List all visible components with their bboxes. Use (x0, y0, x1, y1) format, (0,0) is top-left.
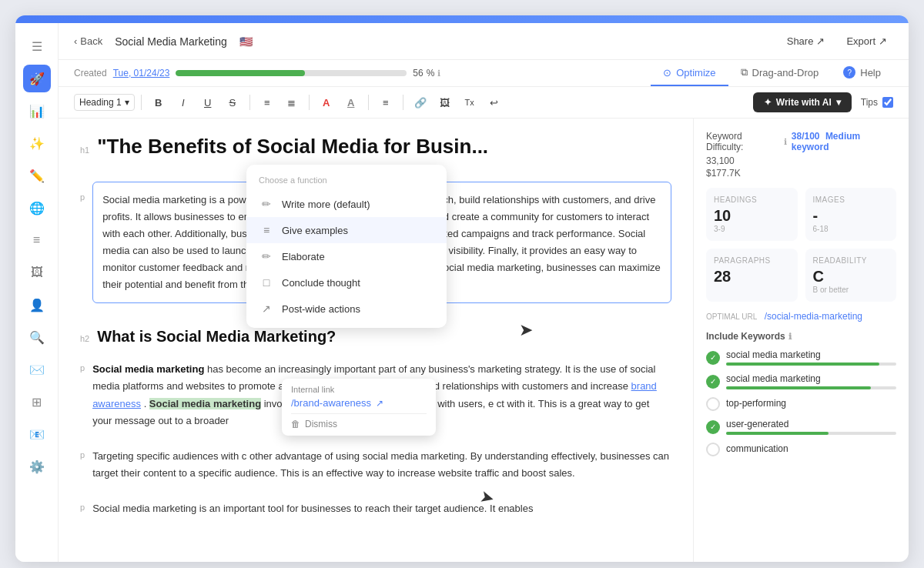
optimize-icon: ⊙ (663, 67, 671, 79)
sidebar-envelope-icon[interactable]: 📧 (23, 420, 51, 448)
kw-check-1: ✓ (706, 351, 720, 365)
sidebar-edit-icon[interactable]: ✏️ (23, 162, 51, 189)
tab-drag-drop[interactable]: ⧉ Drag-and-Drop (728, 60, 832, 86)
back-chevron-icon: ‹ (74, 35, 77, 47)
kw-check-2: ✓ (706, 375, 720, 389)
underline-button[interactable]: U (197, 92, 219, 113)
p-tag-4: p (80, 503, 85, 512)
metric-images: IMAGES - 6-18 (805, 188, 897, 241)
ordered-list-button[interactable]: ≡ (256, 92, 278, 113)
kw-text-wrap-5: communication (726, 443, 896, 456)
editor-h2[interactable]: What is Social Media Marketing? (97, 328, 336, 346)
info-icon: ℹ (784, 137, 787, 147)
kw-bar-fill-2 (726, 386, 871, 389)
ai-item-give-examples[interactable]: ≡ Give examples (246, 217, 447, 243)
back-button[interactable]: ‹ Back (74, 35, 102, 47)
content-area: ‹ Back Social Media Marketing 🇺🇸 Share ↗… (59, 23, 909, 562)
heading-arrow-icon: ▾ (125, 97, 129, 108)
sidebar-rocket-icon[interactable]: 🚀 (23, 65, 51, 92)
kw-volume: 33,100 (706, 155, 896, 166)
kw-item-2: ✓ social media marketing (706, 373, 896, 389)
kw-item-4: ✓ user-generated (706, 419, 896, 435)
tooltip-link[interactable]: /brand-awareness ↗ (291, 397, 427, 409)
strikethrough-button[interactable]: S (222, 92, 243, 113)
list-icon: ≡ (259, 224, 274, 236)
include-keywords-label: Include Keywords ℹ (706, 331, 896, 342)
font-color-button[interactable]: A (316, 92, 337, 113)
header-actions: Share ↗ Export ↗ (781, 32, 893, 50)
editor-p3[interactable]: Social media marketing is an important t… (92, 500, 533, 517)
kw-text-wrap-3: top-performing (726, 398, 896, 411)
image-button[interactable]: 🖼 (434, 92, 456, 113)
sidebar-list-icon[interactable]: ≡ (23, 226, 51, 254)
unordered-list-button[interactable]: ≣ (281, 92, 303, 113)
sidebar-magic-icon[interactable]: ✨ (23, 129, 51, 157)
editor-h1[interactable]: "The Benefits of Social Media for Busin.… (97, 134, 488, 160)
sidebar-person-icon[interactable]: 👤 (23, 291, 51, 319)
kw-item-3: top-performing (706, 397, 896, 411)
share-icon: ↗ (816, 35, 825, 47)
bold-button[interactable]: B (148, 92, 169, 113)
share-button[interactable]: Share ↗ (781, 32, 832, 50)
h2-tag: h2 (80, 334, 89, 343)
edit2-icon: ✏ (259, 250, 274, 262)
kw-bar-2 (726, 386, 896, 389)
italic-button[interactable]: I (172, 92, 194, 113)
help-icon: ? (843, 66, 855, 79)
undo-button[interactable]: ↩ (484, 92, 505, 113)
ai-dropdown-title: Choose a function (246, 171, 447, 191)
sidebar-mail-icon[interactable]: ✉️ (23, 356, 51, 383)
link-button[interactable]: 🔗 (410, 92, 431, 113)
kw-text-wrap-4: user-generated (726, 419, 896, 435)
app-container: ☰ 🚀 📊 ✨ ✏️ 🌐 ≡ 🖼 👤 🔍 ✉️ ⊞ 📧 ⚙️ ‹ Back S (15, 15, 909, 562)
kw-check-5 (706, 443, 720, 456)
ai-item-write-more[interactable]: ✏ Write more (default) (246, 191, 447, 217)
tips-checkbox[interactable] (882, 97, 893, 108)
sidebar-search-icon[interactable]: 🔍 (23, 323, 51, 351)
tab-help[interactable]: ? Help (831, 60, 893, 86)
doc-title: Social Media Marketing (115, 35, 227, 48)
sidebar-image-icon[interactable]: 🖼 (23, 259, 51, 286)
tooltip-label: Internal link (291, 385, 427, 394)
export-button[interactable]: Export ↗ (840, 32, 893, 50)
heading-select[interactable]: Heading 1 ▾ (74, 94, 135, 111)
right-panel: Keyword Difficulty: ℹ 38/100 Medium keyw… (693, 119, 909, 562)
toolbar-separator-4 (368, 95, 369, 110)
tab-optimize[interactable]: ⊙ Optimize (651, 60, 728, 86)
metric-paragraphs: PARAGRAPHS 28 (706, 249, 798, 302)
dismiss-button[interactable]: 🗑 Dismiss (291, 413, 427, 429)
font-bg-button[interactable]: A (340, 92, 362, 113)
top-bar (15, 15, 909, 23)
export-icon: ↗ (879, 35, 887, 47)
export-label: Export (846, 35, 875, 47)
trash-icon: 🗑 (291, 419, 300, 429)
optimal-url-row: OPTIMAL URL /social-media-marketing (706, 311, 896, 322)
align-button[interactable]: ≡ (375, 92, 397, 113)
toolbar-separator-1 (141, 95, 142, 110)
main-layout: ☰ 🚀 📊 ✨ ✏️ 🌐 ≡ 🖼 👤 🔍 ✉️ ⊞ 📧 ⚙️ ‹ Back S (15, 23, 909, 562)
toolbar-separator-2 (249, 95, 250, 110)
editor-area[interactable]: h1 "The Benefits of Social Media for Bus… (59, 119, 693, 562)
sidebar-chart-icon[interactable]: 📊 (23, 97, 51, 125)
external-link-icon: ↗ (376, 398, 383, 409)
kw-bar-fill-4 (726, 432, 829, 435)
metrics-grid: HEADINGS 10 3-9 IMAGES - 6-18 PARAGRAPHS… (706, 188, 896, 302)
ai-item-post-wide[interactable]: ↗ Post-wide actions (246, 296, 447, 322)
ai-item-conclude[interactable]: □ Conclude thought (246, 269, 447, 296)
sidebar-settings-icon[interactable]: ⚙️ (23, 453, 51, 480)
p-tag-2: p (80, 363, 85, 373)
sidebar-globe-icon[interactable]: 🌐 (23, 194, 51, 222)
document-header: ‹ Back Social Media Marketing 🇺🇸 Share ↗… (59, 23, 909, 60)
write-with-ai-button[interactable]: ✦ Write with AI ▾ (753, 92, 852, 112)
clear-format-button[interactable]: Tx (459, 92, 480, 113)
sidebar-grid-icon[interactable]: ⊞ (23, 388, 51, 416)
sidebar-menu-icon[interactable]: ☰ (23, 32, 51, 60)
ai-item-elaborate[interactable]: ✏ Elaborate (246, 243, 447, 269)
created-date[interactable]: Tue, 01/24/23 (113, 68, 170, 79)
tips-toggle[interactable]: Tips (861, 97, 893, 108)
editor-panel-row: h1 "The Benefits of Social Media for Bus… (59, 119, 909, 562)
doc-flag: 🇺🇸 (239, 35, 253, 48)
kw-bar-fill-1 (726, 363, 879, 366)
kw-score: 38/100 Medium keyword (792, 131, 896, 152)
editor-p2[interactable]: Targeting specific audiences with c othe… (92, 448, 671, 482)
